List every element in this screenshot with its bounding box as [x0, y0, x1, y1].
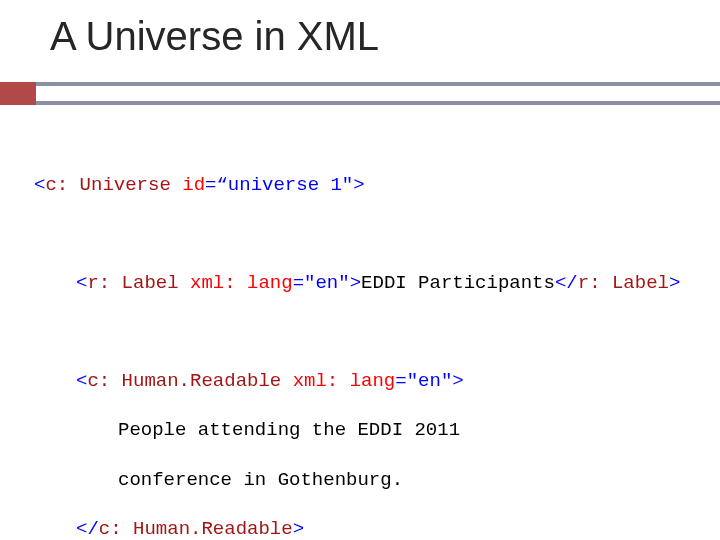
label-text: EDDI Participants	[361, 272, 555, 294]
accent-box	[0, 82, 36, 105]
equals: =	[205, 174, 216, 196]
angle-open: <	[34, 174, 45, 196]
code-line-2: <r: Label xml: lang="en">EDDI Participan…	[76, 271, 680, 296]
slide: A Universe in XML <c: Universe id=“unive…	[0, 0, 720, 540]
attr-name: id	[182, 174, 205, 196]
code-line-4: People attending the EDDI 2011	[118, 418, 680, 443]
angle-close: >	[353, 174, 364, 196]
code-line-5: conference in Gothenburg.	[118, 468, 680, 493]
code-line-3: <c: Human.Readable xml: lang="en">	[76, 369, 680, 394]
divider-bottom	[36, 101, 720, 105]
attr-value: “universe 1"	[216, 174, 353, 196]
slide-title: A Universe in XML	[50, 14, 379, 59]
xml-code-block: <c: Universe id=“universe 1"> <r: Label …	[34, 148, 680, 540]
code-line-1: <c: Universe id=“universe 1">	[34, 173, 680, 198]
element-name: c: Universe	[45, 174, 170, 196]
code-line-6: </c: Human.Readable>	[76, 517, 680, 540]
divider-top	[36, 82, 720, 86]
